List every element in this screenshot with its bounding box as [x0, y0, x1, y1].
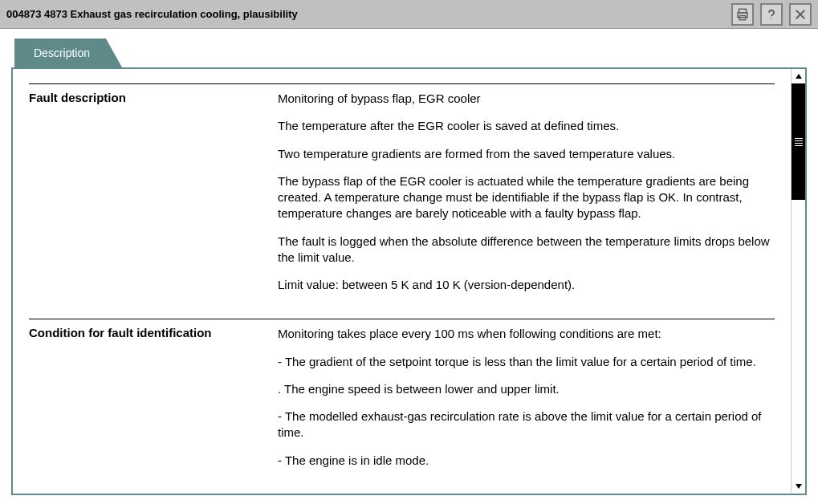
paragraph: - The modelled exhaust-gas recirculation…	[278, 408, 775, 441]
section-label: Condition for fault identification	[29, 326, 278, 480]
close-icon	[793, 7, 808, 22]
content-wrapper: Fault description Monitoring of bypass f…	[11, 67, 807, 495]
help-icon	[764, 7, 779, 22]
paragraph: Two temperature gradients are formed fro…	[278, 146, 775, 162]
paragraph: Monitoring takes place every 100 ms when…	[278, 326, 775, 342]
title-bar-buttons	[731, 3, 812, 26]
paragraph: . The engine speed is between lower and …	[278, 381, 775, 397]
paragraph: Monitoring of bypass flap, EGR cooler	[278, 91, 775, 107]
scroll-up-button[interactable]	[792, 69, 805, 83]
window-title: 004873 4873 Exhaust gas recirculation co…	[6, 8, 731, 20]
scroll-thumb-grip-icon	[795, 136, 803, 148]
paragraph: The temperature after the EGR cooler is …	[278, 118, 775, 134]
scroll-thumb[interactable]	[792, 83, 805, 200]
svg-point-3	[771, 18, 772, 19]
section-body: Monitoring takes place every 100 ms when…	[278, 326, 775, 480]
chevron-up-icon	[795, 72, 803, 80]
paragraph: - The gradient of the setpoint torque is…	[278, 354, 775, 370]
paragraph: The bypass flap of the EGR cooler is act…	[278, 173, 775, 222]
scroll-track[interactable]	[792, 83, 805, 479]
print-icon	[735, 7, 750, 22]
title-bar: 004873 4873 Exhaust gas recirculation co…	[0, 0, 818, 29]
paragraph: Limit value: between 5 K and 10 K (versi…	[278, 277, 775, 293]
section-condition-for-fault-identification: Condition for fault identification Monit…	[29, 319, 775, 480]
scroll-down-button[interactable]	[792, 479, 805, 494]
section-label: Fault description	[29, 91, 278, 304]
paragraph: The fault is logged when the absolute di…	[278, 234, 775, 266]
help-button[interactable]	[760, 3, 783, 26]
close-button[interactable]	[789, 3, 812, 26]
chevron-down-icon	[795, 482, 803, 490]
svg-marker-6	[796, 74, 802, 79]
tab-description[interactable]: Description	[14, 39, 122, 67]
print-button[interactable]	[731, 3, 754, 26]
svg-marker-7	[796, 484, 802, 489]
section-fault-description: Fault description Monitoring of bypass f…	[29, 83, 775, 304]
content-area: Fault description Monitoring of bypass f…	[13, 69, 791, 494]
tab-bar: Description	[0, 29, 818, 67]
paragraph: - The engine is in idle mode.	[278, 453, 775, 469]
section-body: Monitoring of bypass flap, EGR cooler Th…	[278, 91, 775, 304]
vertical-scrollbar[interactable]	[791, 69, 805, 494]
